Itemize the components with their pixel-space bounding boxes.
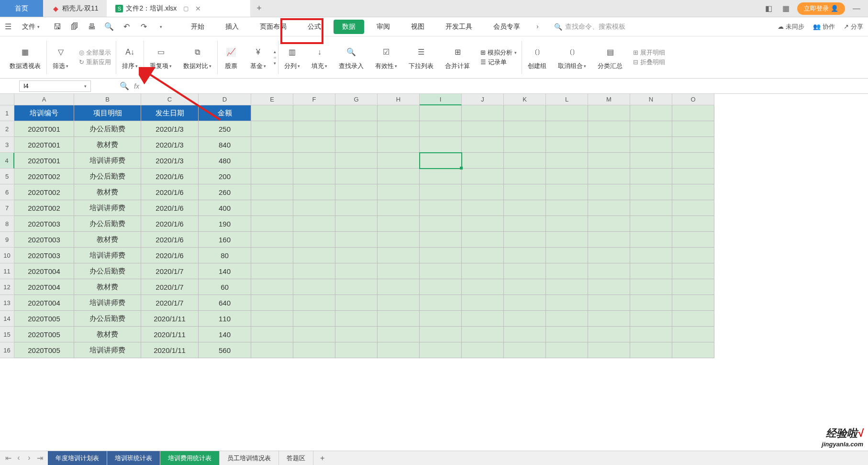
- cell[interactable]: [335, 232, 378, 248]
- find-entry-button[interactable]: 🔍 查找录入: [333, 36, 369, 78]
- cell[interactable]: [378, 311, 420, 327]
- cell[interactable]: [546, 216, 588, 232]
- tab-formula[interactable]: 公式: [299, 20, 330, 34]
- cell[interactable]: [462, 200, 504, 216]
- cell[interactable]: 办公后勤费: [74, 121, 141, 137]
- cell[interactable]: [504, 248, 546, 263]
- cell[interactable]: [630, 248, 672, 263]
- row-header[interactable]: 12: [0, 279, 14, 295]
- row-header[interactable]: 5: [0, 169, 14, 184]
- cell[interactable]: [504, 311, 546, 327]
- cell[interactable]: 培训讲师费: [74, 248, 141, 263]
- cell[interactable]: 教材费: [74, 232, 141, 248]
- cell[interactable]: [588, 153, 630, 169]
- cell[interactable]: 2020T005: [14, 311, 74, 327]
- cell[interactable]: [462, 248, 504, 263]
- cell[interactable]: [462, 184, 504, 200]
- cell[interactable]: [378, 153, 420, 169]
- close-icon[interactable]: ✕: [195, 5, 201, 12]
- cell[interactable]: [672, 279, 714, 295]
- cell[interactable]: [293, 327, 335, 342]
- cell[interactable]: [251, 232, 293, 248]
- cell[interactable]: [378, 327, 420, 342]
- unsync-button[interactable]: ☁ 未同步: [778, 23, 804, 31]
- cell[interactable]: 840: [199, 137, 251, 153]
- cell[interactable]: [335, 342, 378, 358]
- cell[interactable]: [462, 342, 504, 358]
- cell[interactable]: [672, 342, 714, 358]
- expand-button[interactable]: ⊞展开明细: [633, 48, 665, 57]
- cell[interactable]: 2020T003: [14, 232, 74, 248]
- cell[interactable]: [588, 295, 630, 311]
- cell[interactable]: [293, 137, 335, 153]
- qat-dropdown-icon[interactable]: ▾: [156, 22, 166, 32]
- cell[interactable]: [630, 200, 672, 216]
- column-header[interactable]: I: [420, 94, 462, 105]
- cell[interactable]: [462, 279, 504, 295]
- cell[interactable]: [251, 279, 293, 295]
- cell[interactable]: 260: [199, 184, 251, 200]
- cell[interactable]: 190: [199, 216, 251, 232]
- column-header[interactable]: J: [462, 94, 504, 105]
- file-menu[interactable]: 文件 ▾: [18, 21, 44, 33]
- cell[interactable]: 培训讲师费: [74, 200, 141, 216]
- zoom-icon[interactable]: 🔍: [120, 81, 129, 91]
- cell[interactable]: [420, 200, 462, 216]
- cell[interactable]: 2020T004: [14, 279, 74, 295]
- consolidate-button[interactable]: ⊞ 合并计算: [439, 36, 476, 78]
- cell[interactable]: [378, 295, 420, 311]
- apps-icon[interactable]: ▦: [780, 4, 791, 13]
- cell[interactable]: [293, 121, 335, 137]
- cell[interactable]: [293, 311, 335, 327]
- cell[interactable]: 2020T004: [14, 263, 74, 279]
- cell[interactable]: 办公后勤费: [74, 216, 141, 232]
- cell[interactable]: 200: [199, 169, 251, 184]
- print-preview-icon[interactable]: 🔍: [104, 22, 114, 32]
- cell[interactable]: 2020/1/6: [141, 184, 199, 200]
- cell[interactable]: [293, 216, 335, 232]
- cell[interactable]: [504, 105, 546, 121]
- cell[interactable]: [420, 342, 462, 358]
- cell[interactable]: [630, 327, 672, 342]
- file-tab[interactable]: S 文件2：培训.xlsx ▢ ✕: [107, 0, 250, 17]
- column-header[interactable]: D: [199, 94, 251, 105]
- fund-button[interactable]: ¥ 基金▾: [245, 36, 272, 78]
- cell[interactable]: [546, 153, 588, 169]
- cell[interactable]: [293, 342, 335, 358]
- cell[interactable]: [630, 153, 672, 169]
- cell[interactable]: [630, 105, 672, 121]
- cell[interactable]: 2020/1/6: [141, 216, 199, 232]
- cell[interactable]: 480: [199, 153, 251, 169]
- cell[interactable]: [293, 295, 335, 311]
- cell[interactable]: [420, 248, 462, 263]
- cell[interactable]: [546, 169, 588, 184]
- subtotal-button[interactable]: ▤ 分类汇总: [592, 36, 628, 78]
- cell[interactable]: 2020/1/3: [141, 153, 199, 169]
- cell[interactable]: [420, 279, 462, 295]
- cell[interactable]: [504, 342, 546, 358]
- cell[interactable]: [335, 137, 378, 153]
- cell[interactable]: [378, 137, 420, 153]
- cell[interactable]: 160: [199, 232, 251, 248]
- cell[interactable]: 2020/1/7: [141, 263, 199, 279]
- cell[interactable]: [420, 153, 462, 169]
- cell[interactable]: [335, 105, 378, 121]
- cell[interactable]: [504, 279, 546, 295]
- column-header[interactable]: B: [74, 94, 141, 105]
- cell[interactable]: [335, 216, 378, 232]
- cell[interactable]: [504, 216, 546, 232]
- cell[interactable]: [251, 200, 293, 216]
- cell[interactable]: [462, 153, 504, 169]
- tab-layout[interactable]: 页面布局: [251, 20, 295, 34]
- cell[interactable]: [251, 295, 293, 311]
- print-icon[interactable]: 🖶: [87, 22, 97, 32]
- cell[interactable]: 2020T001: [14, 153, 74, 169]
- cell[interactable]: [335, 121, 378, 137]
- cell[interactable]: [546, 105, 588, 121]
- cell[interactable]: 教材费: [74, 184, 141, 200]
- cell[interactable]: [335, 263, 378, 279]
- cell[interactable]: [335, 279, 378, 295]
- cell[interactable]: [588, 342, 630, 358]
- cell[interactable]: [378, 232, 420, 248]
- cell[interactable]: [630, 311, 672, 327]
